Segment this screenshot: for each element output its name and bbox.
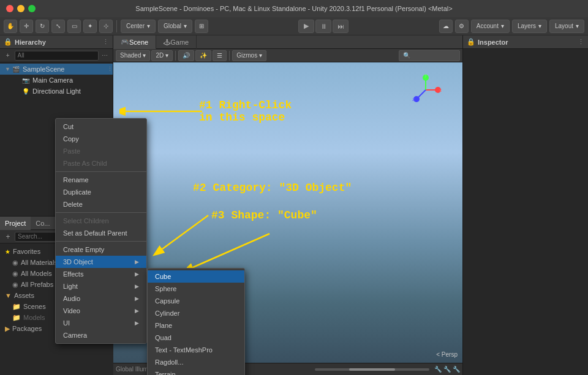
hierarchy-item-directionallight[interactable]: ▶ 💡 Directional Light [0,86,113,97]
global-dropdown[interactable]: Global ▾ [158,20,192,33]
ctx-3d-object[interactable]: 3D Object ▶ [56,256,146,268]
submenu-3d-object: Cube Sphere Capsule Cylinder Plane Quad … [147,268,245,375]
shading-dropdown[interactable]: Shaded ▾ [116,50,150,61]
window-controls[interactable] [6,5,36,12]
grid-tool[interactable]: ⊞ [195,20,208,33]
ctx-ui[interactable]: UI ▶ [56,317,146,329]
scenes-folder-icon: 📁 [12,303,21,311]
inspector-menu-icon[interactable]: ⋮ [578,38,584,46]
submenu-item-terrain[interactable]: Terrain [148,368,244,375]
step-button[interactable]: ⏭ [333,20,349,33]
ctx-rename[interactable]: Rename [56,174,146,186]
scene-icons: 🔧 🔧 🔧 [434,366,460,373]
maximize-button[interactable] [28,5,36,12]
scene-menu[interactable]: ⋮ [107,66,113,72]
inspector-title: Inspector [478,39,508,46]
pause-button[interactable]: ⏸ [315,20,331,33]
chevron-down-icon-4: ▾ [538,23,541,29]
chevron-down-icon-3: ▾ [501,23,504,29]
rect-tool[interactable]: ▭ [67,20,81,33]
center-dropdown[interactable]: Center ▾ [121,20,156,33]
audio-btn[interactable]: 🔊 [178,50,194,61]
ctx-duplicate[interactable]: Duplicate [56,186,146,198]
hand-tool[interactable]: ✋ [4,20,17,33]
materials-icon: ◉ [12,259,18,267]
fx-btn[interactable]: ✨ [195,50,211,61]
tab-console[interactable]: Co... [31,217,55,230]
ctx-select-children: Select Children [56,215,146,227]
ctx-effects[interactable]: Effects ▶ [56,268,146,280]
hierarchy-search[interactable] [15,51,99,61]
star-icon: ★ [5,248,10,255]
main-toolbar: ✋ ✛ ↻ ⤡ ▭ ✦ ⊹ Center ▾ Global ▾ ⊞ ▶ ⏸ ⏭ … [0,17,588,35]
scene-icon-tab: 🎮 [121,38,129,46]
collab-btn[interactable]: ☁ [439,20,453,33]
gizmos-dropdown[interactable]: Gizmos ▾ [232,50,266,61]
ctx-sep-3 [56,241,146,242]
hierarchy-options-btn[interactable]: ⋯ [100,51,111,61]
close-button[interactable] [6,5,13,12]
scale-tool[interactable]: ⤡ [51,20,65,33]
effects-arrow-icon: ▶ [135,271,139,277]
layout-dropdown[interactable]: Layout ▾ [549,20,584,33]
submenu-item-cube[interactable]: Cube [148,270,244,283]
submenu-item-quad[interactable]: Quad [148,332,244,344]
ctx-audio[interactable]: Audio ▶ [56,292,146,305]
move-tool[interactable]: ✛ [20,20,33,33]
scene-gizmo[interactable]: x y z [407,72,444,108]
ctx-create-empty[interactable]: Create Empty [56,243,146,256]
hierarchy-menu-icon[interactable]: ⋮ [102,38,109,46]
global-label: Global [164,23,181,29]
camera-name: Main Camera [32,76,73,84]
submenu-item-sphere[interactable]: Sphere [148,283,244,295]
hierarchy-item-maincamera[interactable]: ▶ 📷 Main Camera [0,75,113,86]
ctx-light[interactable]: Light ▶ [56,280,146,292]
camera-icon: 📷 [22,77,31,84]
minimize-button[interactable] [17,5,24,12]
submenu-item-capsule[interactable]: Capsule [148,295,244,307]
hierarchy-toolbar: + ⋯ [0,49,113,62]
search-scene[interactable]: 🔍 [399,50,460,61]
add-project-btn[interactable]: + [2,232,13,242]
ctx-video[interactable]: Video ▶ [56,305,146,317]
add-hierarchy-btn[interactable]: + [2,51,13,61]
tab-game[interactable]: 🕹 Game [156,35,197,49]
ctx-cut[interactable]: Cut [56,121,146,133]
dimension-dropdown[interactable]: 2D ▾ [151,50,173,61]
scene-options-btn[interactable]: ☰ [213,50,227,61]
tab-scene[interactable]: 🎮 Scene [113,35,156,49]
annotation-line3: #2 Category: "3D Object" [193,182,352,194]
svg-text:z: z [412,97,415,102]
packages-folder-icon: ▶ [5,325,10,333]
ctx-delete[interactable]: Delete [56,198,146,210]
rotate-tool[interactable]: ↻ [36,20,49,33]
chevron-down-icon: ▾ [147,23,150,29]
submenu-item-cylinder[interactable]: Cylinder [148,307,244,319]
submenu-item-plane[interactable]: Plane [148,319,244,332]
submenu-item-textmeshpro[interactable]: Text - TextMeshPro [148,344,244,356]
custom-tool[interactable]: ⊹ [99,20,113,33]
ctx-copy[interactable]: Copy [56,133,146,145]
titlebar: SampleScene - Dominoes - PC, Mac & Linux… [0,0,588,17]
layers-dropdown[interactable]: Layers ▾ [512,20,547,33]
chevron-down-icon-2: ▾ [184,23,187,29]
scene-slider[interactable] [315,368,429,371]
submenu-arrow-icon: ▶ [135,259,139,265]
light-icon: 💡 [22,88,31,95]
ctx-camera[interactable]: Camera [56,329,146,341]
shading-chevron-icon: ▾ [143,52,146,59]
submenu-item-ragdoll[interactable]: Ragdoll... [148,356,244,368]
svg-line-14 [193,234,270,267]
combined-tool[interactable]: ✦ [83,20,97,33]
light-name: Directional Light [32,87,81,95]
lock-icon-inspector: 🔒 [467,38,475,46]
tab-project[interactable]: Project [0,217,31,230]
sep [175,51,176,61]
cloud-btn[interactable]: ⚙ [455,20,469,33]
play-button[interactable]: ▶ [298,20,314,33]
ctx-set-default-parent[interactable]: Set as Default Parent [56,227,146,239]
video-arrow-icon: ▶ [135,308,139,314]
account-dropdown[interactable]: Account ▾ [471,20,510,33]
hierarchy-item-samplescene[interactable]: ▼ 🎬 SampleScene ⋮ [0,64,113,75]
ui-arrow-icon: ▶ [135,320,139,326]
